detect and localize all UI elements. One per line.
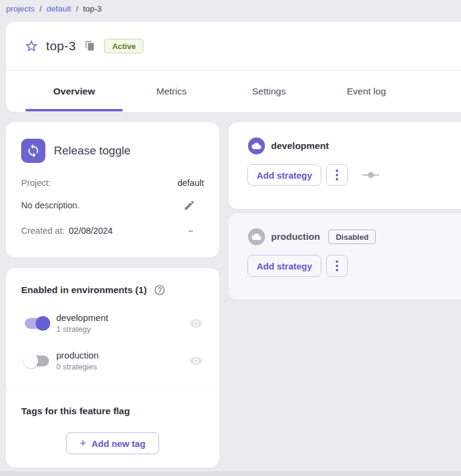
flag-header-card: top-3 Active Overview Metrics Settings E…: [6, 22, 461, 112]
project-row: Project: default: [6, 178, 219, 188]
disabled-badge: Disabled: [329, 230, 376, 244]
toggle-production[interactable]: [25, 355, 49, 366]
toggle-thumb: [36, 316, 50, 331]
breadcrumb-link-default[interactable]: default: [47, 4, 71, 13]
environment-strategy-count: 0 strategies: [56, 362, 189, 371]
panel-environment-name: production: [271, 231, 320, 242]
tab-bar: Overview Metrics Settings Event log: [6, 71, 461, 111]
help-icon[interactable]: [154, 284, 166, 296]
add-new-tag-label: Add new tag: [91, 438, 145, 449]
status-badge: Active: [104, 39, 143, 53]
breadcrumb-current: top-3: [83, 4, 102, 13]
edit-description-icon[interactable]: [183, 199, 195, 211]
toggle-development[interactable]: [25, 318, 49, 329]
release-toggle-icon: [21, 139, 45, 163]
environment-name: production: [56, 350, 189, 360]
breadcrumb-link-projects[interactable]: projects: [6, 4, 34, 13]
copy-icon[interactable]: [85, 41, 96, 51]
environments-title: Enabled in environments (1): [21, 285, 147, 296]
add-new-tag-button[interactable]: + Add new tag: [66, 432, 159, 454]
eye-icon[interactable]: [189, 354, 203, 368]
environment-strategy-count: 1 strategy: [56, 325, 189, 334]
tab-metrics[interactable]: Metrics: [123, 71, 220, 111]
more-options-button[interactable]: [326, 255, 348, 277]
description-text: No description.: [21, 200, 80, 210]
page: projects / default / top-3 top-3 Active …: [0, 0, 461, 476]
environment-row-development: development 1 strategy: [6, 312, 219, 334]
project-value: default: [177, 178, 204, 188]
development-panel: development Add strategy: [229, 122, 461, 209]
environment-row-production: production 0 strategies: [6, 350, 219, 371]
flag-details-card: Release toggle Project: default No descr…: [6, 122, 219, 257]
page-title: top-3: [46, 39, 76, 53]
flag-type-label: Release toggle: [54, 144, 131, 157]
cloud-icon: [248, 228, 265, 245]
tab-overview[interactable]: Overview: [25, 71, 123, 111]
toggle-thumb: [24, 354, 38, 368]
panel-environment-name: development: [271, 140, 329, 151]
created-value: 02/08/2024: [69, 226, 113, 236]
environments-card: Enabled in environments (1) development …: [6, 268, 219, 468]
tab-event-log[interactable]: Event log: [318, 71, 415, 111]
tab-label: Overview: [53, 86, 95, 97]
empty-value-dash: –: [188, 226, 193, 236]
breadcrumb: projects / default / top-3: [6, 2, 102, 15]
project-label: Project:: [21, 178, 51, 188]
breadcrumb-separator: /: [76, 4, 79, 13]
add-strategy-button[interactable]: Add strategy: [247, 255, 321, 277]
created-label: Created at:: [21, 226, 65, 236]
tags-title: Tags for this feature flag: [6, 391, 219, 417]
tab-label: Metrics: [157, 86, 187, 97]
cloud-icon: [248, 137, 265, 154]
tab-label: Settings: [252, 86, 286, 97]
breadcrumb-separator: /: [39, 4, 42, 13]
flag-title-row: top-3 Active: [6, 22, 461, 71]
more-options-button[interactable]: [326, 164, 348, 186]
tab-label: Event log: [347, 86, 386, 97]
environment-name: development: [56, 312, 189, 323]
strategy-connector-icon: [362, 172, 379, 178]
description-row: No description.: [6, 199, 219, 211]
tab-settings[interactable]: Settings: [220, 71, 318, 111]
created-row: Created at: 02/08/2024 –: [6, 226, 219, 236]
add-strategy-button[interactable]: Add strategy: [247, 164, 321, 186]
plus-icon: +: [80, 437, 87, 450]
page-bottom-strip: [0, 471, 461, 476]
eye-icon[interactable]: [189, 317, 203, 330]
production-panel: production Disabled Add strategy: [229, 213, 461, 300]
favorite-star-icon[interactable]: [24, 39, 39, 53]
